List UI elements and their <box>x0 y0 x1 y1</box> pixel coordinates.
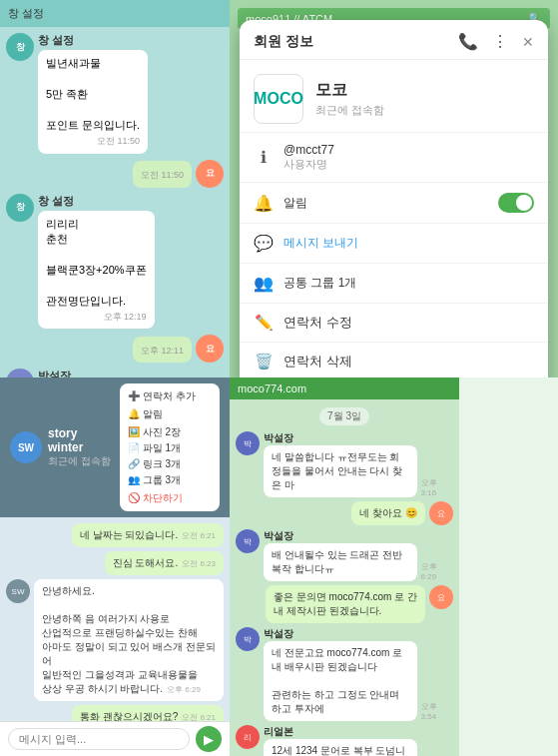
right-chat-title: moco774.com <box>238 382 306 394</box>
rc-bubble-1: 네 말씀합니다 ㅠ전무도는 회정들을 물어서 안내는 다시 찾은 마 <box>264 445 417 497</box>
rc-msg-1: 박 박설장 네 말씀합니다 ㅠ전무도는 회정들을 물어서 안내는 다시 찾은 마… <box>236 431 453 497</box>
alert-label: 알림 <box>283 195 488 212</box>
member-info-modal: 회원 정보 📞 ⋮ ✕ MOCO 모코 최근에 접속함 <box>240 20 548 378</box>
sw-sub: 최근에 접속함 <box>48 454 114 468</box>
avatar-5: 박 <box>6 369 34 378</box>
chat-messages-top-left[interactable]: 창 창 설정 빌년새과물5만 족환포인트 문의입니다. 오전 11:50 요 오… <box>0 27 230 378</box>
file-icon: 📄 <box>128 442 140 453</box>
top-right-panel: moco911 // ATCM 🔍 3만 폭환포인트 문의... 회원 정보 📞… <box>230 0 558 378</box>
rc-msg-3: 박 박설장 배 언내될수 있는 드래곤 전반 복작 합니다ㅠ 오후 6:29 <box>236 529 453 581</box>
bell-small-icon: 🔔 <box>128 408 140 419</box>
mi-groups: 👥 그룹 3개 <box>128 473 212 487</box>
delete-contact-row[interactable]: 🗑️ 연락처 삭제 <box>240 342 548 378</box>
mi-links: 🔗 링크 3개 <box>128 457 212 471</box>
modal-username-row: ℹ @mcct77 사용자명 <box>240 132 548 182</box>
bottom-left-header: SW story winter 최근에 접속함 ➕ 연락처 추가 🔔 알림 <box>0 378 230 517</box>
rc-bubble-3: 배 언내될수 있는 드래곤 전반 복작 합니다ㅠ <box>264 543 417 581</box>
member-info-sidebar: ➕ 연락처 추가 🔔 알림 🖼️ 사진 2장 📄 파일 1개 <box>120 383 220 511</box>
top-left-chat: 창 설정 창 창 설정 빌년새과물5만 족환포인트 문의입니다. 오전 11:5… <box>0 0 230 378</box>
block-small-icon: 🚫 <box>128 492 140 503</box>
rc-msg-2: 요 네 찾아요 😊 <box>236 501 453 525</box>
msg-row-5: 박 박설장 예쁘쁘콩콩풀이2만 족환포인트 문의입니다. 오후 12:15 <box>6 369 224 378</box>
bl-bubble-4: 통화 괜찮으시겠어요?오전 6:21 <box>72 705 224 721</box>
main-container: 창 설정 창 창 설정 빌년새과물5만 족환포인트 문의입니다. 오전 11:5… <box>0 0 558 756</box>
delete-contact-label: 연락처 삭제 <box>283 353 352 371</box>
bottom-left-panel: SW story winter 최근에 접속함 ➕ 연락처 추가 🔔 알림 <box>0 378 230 756</box>
msg-row-2: 요 오전 11:50 <box>6 160 224 188</box>
top-left-chat-header: 창 설정 <box>0 0 230 27</box>
info-icon: ℹ <box>254 148 274 167</box>
avatar-2: 요 <box>196 160 224 188</box>
rc-avatar-3: 박 <box>236 529 260 553</box>
modal-profile: MOCO 모코 최근에 접속함 <box>240 60 548 132</box>
bl-msg-4: 통화 괜찮으시겠어요?오전 6:21 <box>6 705 224 721</box>
date-divider-1: 7월 3일 <box>319 407 369 425</box>
rc-bubble-2: 네 찾아요 😊 <box>351 501 425 525</box>
modal-message-row[interactable]: 💬 메시지 보내기 <box>240 223 548 263</box>
msg-bubble-4: 오후 12:11 <box>133 337 192 364</box>
alert-toggle[interactable] <box>498 193 534 213</box>
msg-row-3: 창 창 설정 리리리춘천블랙쿤3장+20%쿠폰관전명단입니다. 오후 12:19 <box>6 194 224 330</box>
avatar-3: 창 <box>6 194 34 222</box>
more-icon[interactable]: ⋮ <box>492 32 508 51</box>
groups-icon: 👥 <box>254 274 274 293</box>
edit-contact-label: 연락처 수정 <box>283 314 352 332</box>
mi-contact-add[interactable]: ➕ 연락처 추가 <box>128 389 212 403</box>
message-button[interactable]: 메시지 보내기 <box>283 235 358 252</box>
link-icon: 🔗 <box>128 458 140 469</box>
logo-text: MOCO <box>254 90 303 108</box>
right-chat-body[interactable]: 7월 3일 박 박설장 네 말씀합니다 ㅠ전무도는 회정들을 물어서 안내는 다… <box>230 399 459 756</box>
bell-icon: 🔔 <box>254 194 274 213</box>
msg-row-4: 요 오후 12:11 <box>6 335 224 363</box>
avatar-1: 창 <box>6 33 34 61</box>
rc-sender-3: 박설장 <box>264 529 417 543</box>
modal-groups-row: 👥 공통 그룹 1개 <box>240 263 548 303</box>
bl-msg-1: 네 날짜는 되있습니다.오전 6:21 <box>6 523 224 547</box>
bl-msg-2: 진심 도해서요.오전 6:23 <box>6 551 224 575</box>
close-icon[interactable]: ✕ <box>522 34 534 50</box>
bottom-left-chat-body[interactable]: 네 날짜는 되있습니다.오전 6:21 진심 도해서요.오전 6:23 SW 안… <box>0 517 230 721</box>
right-chat-panel: moco774.com 7월 3일 박 박설장 네 말씀합니다 ㅠ전무도는 회정… <box>230 378 459 756</box>
rc-time-3: 오후 6:29 <box>421 561 453 581</box>
rc-sender-1: 박설장 <box>264 431 417 445</box>
modal-title: 회원 정보 <box>254 33 313 51</box>
msg-time-4: 오후 12:11 <box>141 345 184 358</box>
group-icon-small: 👥 <box>128 474 140 485</box>
username-sub: 사용자명 <box>283 157 534 172</box>
rc-bubble-5: 네 전문고요 moco774.com 로 내 배우시판 된겠습니다관련하는 하고… <box>264 641 417 721</box>
chat-title-top-left: 창 설정 <box>8 6 44 21</box>
modal-header: 회원 정보 📞 ⋮ ✕ <box>240 20 548 60</box>
rc-bubble-4: 좋은 문의면 moco774.com 로 간내 제작시판 된겠습니다. <box>266 585 425 623</box>
groups-label: 공통 그룹 1개 <box>283 275 534 292</box>
username-text: @mcct77 <box>283 143 534 157</box>
bl-avatar-3: SW <box>6 579 30 603</box>
mi-files: 📄 파일 1개 <box>128 441 212 455</box>
moco-logo: MOCO <box>254 74 303 124</box>
bl-bubble-3: 안녕하세요.안녕하쪽 음 여러가지 사용로산업적으로 프랜딩하실수있는 찬해아마… <box>34 579 224 701</box>
sw-avatar: SW <box>10 431 42 463</box>
msg-sender-5: 박설장 <box>38 369 148 378</box>
top-half: 창 설정 창 창 설정 빌년새과물5만 족환포인트 문의입니다. 오전 11:5… <box>0 0 558 378</box>
msg-bubble-3: 리리리춘천블랙쿤3장+20%쿠폰관전명단입니다. 오후 12:19 <box>38 211 155 330</box>
phone-icon[interactable]: 📞 <box>458 32 478 51</box>
rc-avatar-1: 박 <box>236 431 260 455</box>
profile-last-visit: 최근에 접속함 <box>315 103 384 118</box>
msg-time-1: 오전 11:50 <box>46 135 140 148</box>
msg-time-3: 오후 12:19 <box>46 311 147 324</box>
rc-msg-6: 리 리얼본 12세 1234 문어로 복부 도넘니다 오후 7:39 <box>236 725 453 756</box>
mi-block[interactable]: 🚫 차단하기 <box>128 491 212 505</box>
modal-alert-row: 🔔 알림 <box>240 182 548 223</box>
edit-contact-row[interactable]: ✏️ 연락처 수정 <box>240 303 548 342</box>
bl-msg-3: SW 안녕하세요.안녕하쪽 음 여러가지 사용로산업적으로 프랜딩하실수있는 찬… <box>6 579 224 701</box>
rc-bubble-6: 12세 1234 문어로 복부 도넘니다 <box>264 739 417 756</box>
send-button[interactable]: ▶ <box>196 726 222 752</box>
modal-action-icons: 📞 ⋮ ✕ <box>458 32 534 51</box>
mi-photos: 🖼️ 사진 2장 <box>128 425 212 439</box>
chat-input-field[interactable] <box>8 728 190 750</box>
rc-sender-5: 박설장 <box>264 627 417 641</box>
bl-bubble-2: 진심 도해서요.오전 6:23 <box>105 551 224 575</box>
msg-bubble-2: 오전 11:50 <box>133 161 192 188</box>
message-icon: 💬 <box>254 234 274 253</box>
rc-avatar-6: 리 <box>236 725 260 749</box>
rc-time-5: 오후 3:54 <box>421 701 453 721</box>
